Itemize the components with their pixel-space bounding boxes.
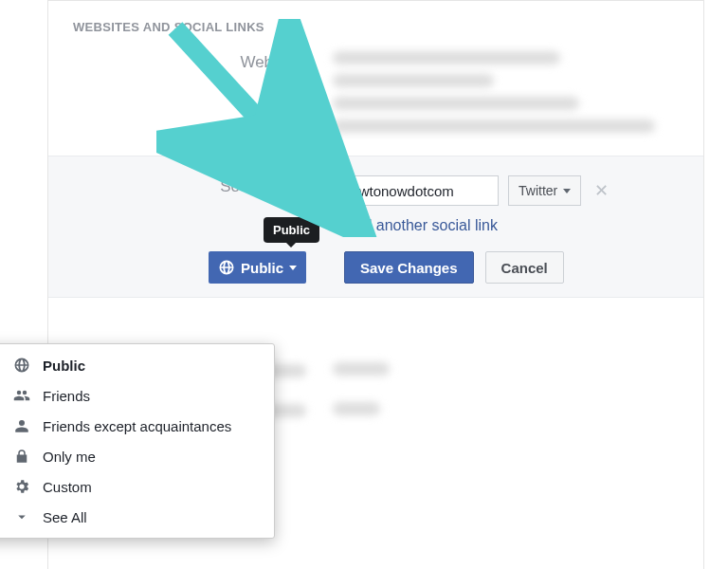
privacy-option-public[interactable]: ✓ Public (0, 350, 274, 380)
check-icon: ✓ (0, 358, 1, 373)
cancel-button[interactable]: Cancel (485, 251, 564, 284)
redacted-value (333, 402, 380, 415)
remove-social-link-button[interactable]: ✕ (591, 180, 612, 201)
privacy-tooltip: Public (264, 217, 319, 243)
privacy-option-only-me[interactable]: Only me (0, 441, 274, 471)
section-header: WEBSITES AND SOCIAL LINKS (48, 0, 703, 46)
privacy-button-label: Public (241, 260, 283, 276)
website-redacted-3 (333, 97, 579, 110)
privacy-option-label: See All (43, 509, 87, 525)
redacted-value (333, 362, 390, 376)
platform-selected-label: Twitter (519, 183, 557, 198)
privacy-option-custom[interactable]: Custom (0, 471, 274, 502)
privacy-option-friends[interactable]: Friends (0, 380, 274, 411)
websites-label: Websites (48, 51, 333, 142)
privacy-option-label: Only me (43, 449, 96, 465)
social-username-input[interactable] (333, 175, 499, 206)
caret-down-icon (12, 508, 31, 525)
globe-icon (12, 357, 31, 374)
friend-except-icon (12, 417, 31, 434)
website-redacted-1 (333, 51, 560, 64)
globe-icon (218, 259, 235, 276)
privacy-dropdown-menu: ✓ Public Friends Friends except acquaint… (0, 343, 275, 539)
friends-icon (12, 387, 31, 404)
websites-row: Websites (48, 46, 703, 156)
privacy-option-see-all[interactable]: See All (0, 502, 274, 532)
website-redacted-2 (333, 74, 494, 87)
privacy-option-friends-except[interactable]: Friends except acquaintances (0, 411, 274, 441)
save-button[interactable]: Save Changes (344, 251, 474, 284)
privacy-option-label: Public (43, 358, 85, 374)
social-links-section: Social Links Twitter ✕ + Add another soc… (48, 156, 703, 298)
lock-icon (12, 448, 31, 465)
privacy-option-label: Custom (43, 479, 92, 495)
add-another-social-link[interactable]: + Add another social link (333, 206, 684, 234)
platform-select[interactable]: Twitter (508, 175, 581, 206)
privacy-selector-button[interactable]: Public (209, 251, 306, 284)
chevron-down-icon (563, 189, 571, 193)
privacy-option-label: Friends except acquaintances (43, 418, 231, 434)
privacy-option-label: Friends (43, 388, 90, 404)
gear-icon (12, 478, 31, 495)
chevron-down-icon (289, 266, 297, 270)
website-redacted-4 (333, 119, 655, 133)
